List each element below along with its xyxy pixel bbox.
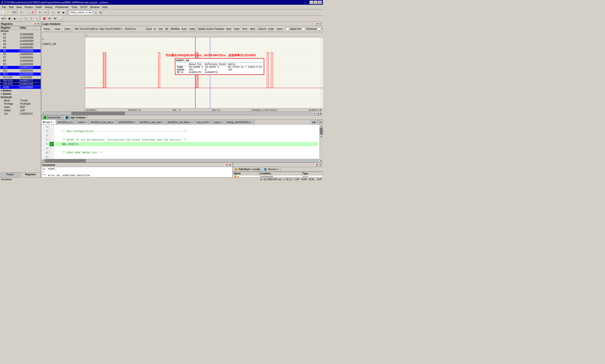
cs-tab-memory[interactable]: Memory 1 bbox=[262, 167, 280, 171]
la-close-btn[interactable]: ✕ bbox=[319, 22, 322, 26]
tab-project[interactable]: Project bbox=[0, 173, 21, 177]
target-dropdown[interactable]: hdma_usart1_rx bbox=[69, 10, 92, 15]
code-tab-close-main-h[interactable]: ✕ bbox=[86, 121, 87, 123]
menu-window[interactable]: Window bbox=[89, 5, 101, 9]
perf-btn[interactable]: 📊 bbox=[58, 16, 63, 21]
table-row[interactable]: R100x080013CC bbox=[0, 66, 41, 69]
table-row[interactable]: StackMSP bbox=[0, 105, 41, 109]
watch-btn[interactable]: 👁 bbox=[47, 16, 52, 21]
step-out-btn[interactable]: ⤴ bbox=[29, 16, 34, 21]
close-button[interactable]: ✕ bbox=[318, 1, 322, 4]
table-row[interactable]: R13 (SP)0x20006B8 bbox=[0, 76, 41, 79]
table-row[interactable]: ModeThread bbox=[0, 99, 41, 102]
la-signal-row-usart1sr[interactable]: USART1_SR bbox=[41, 41, 85, 48]
step-over-btn[interactable]: ⤵ bbox=[23, 16, 28, 21]
callstack-pin-btn[interactable]: 📌 bbox=[315, 163, 318, 167]
table-row[interactable]: + System bbox=[0, 92, 41, 96]
la-save-btn[interactable]: Save... bbox=[63, 27, 73, 31]
table-row[interactable]: R90x00000000 bbox=[0, 63, 41, 66]
la-auto-btn[interactable]: Auto bbox=[180, 27, 188, 31]
table-row[interactable]: R20x200002B8 bbox=[0, 39, 41, 43]
table-row[interactable]: ⊟ Core bbox=[0, 29, 41, 33]
cs-tab-callstack[interactable]: Call Stack + Locals bbox=[233, 167, 262, 171]
table-row[interactable]: R30x200002B8 bbox=[0, 43, 41, 46]
menu-svcs[interactable]: SVCS bbox=[79, 5, 89, 9]
code-scroll-thumb[interactable] bbox=[320, 128, 323, 135]
next-btn[interactable]: → bbox=[34, 16, 39, 21]
code-tab-close-all[interactable]: ✕ bbox=[318, 120, 323, 125]
la-next-btn[interactable]: Next bbox=[249, 27, 256, 31]
copy-btn[interactable]: 📋 bbox=[24, 10, 29, 15]
table-row[interactable]: R80x00000000 bbox=[0, 59, 41, 63]
code-h-thumb[interactable] bbox=[45, 159, 86, 163]
code-tab-core-cm3[interactable]: core_cm3.h ✕ bbox=[195, 120, 213, 125]
la-timestamps-check[interactable] bbox=[318, 27, 321, 30]
code-v-scroll[interactable]: ▲ ▼ bbox=[319, 125, 323, 159]
command-pin-btn[interactable]: 📌 bbox=[225, 163, 228, 167]
code-scroll-up[interactable]: ▲ bbox=[320, 125, 323, 128]
registers-pin-btn[interactable]: 📌 bbox=[33, 22, 36, 26]
la-signal-info-check[interactable] bbox=[286, 27, 289, 30]
code-tab-usart-c[interactable]: usart.c ✕ bbox=[213, 120, 225, 125]
table-row[interactable]: PrivilegePrivileged bbox=[0, 102, 41, 105]
menu-flash[interactable]: Flash bbox=[34, 5, 43, 9]
undo-btn[interactable]: ↩ bbox=[37, 10, 42, 15]
code-tab-close-core[interactable]: ✕ bbox=[209, 121, 211, 123]
settings-btn[interactable]: ⚙ bbox=[98, 10, 103, 15]
menu-peripherals[interactable]: Peripherals bbox=[54, 5, 70, 9]
paste-btn[interactable]: 📌 bbox=[30, 10, 35, 15]
la-trace-btn[interactable]: Trace bbox=[275, 27, 284, 31]
scroll-track[interactable] bbox=[45, 112, 313, 115]
code-h-scroll[interactable]: ◄ ► bbox=[41, 159, 323, 162]
table-row[interactable]: R120x20000098 bbox=[0, 73, 41, 76]
la-stop-btn[interactable]: Stop bbox=[225, 27, 232, 31]
code-tab-hal-flash-c[interactable]: stm32f1xx_hal_flash.c ✕ bbox=[166, 120, 195, 125]
code-tab-main-c[interactable]: main.c ✕ bbox=[41, 120, 56, 125]
redo-btn[interactable]: ↪ bbox=[43, 10, 48, 15]
code-tab-close-hal-uart-c[interactable]: ✕ bbox=[113, 121, 115, 123]
code-tab-startup[interactable]: startup_stm32f103xb.s ✕ bbox=[225, 120, 254, 125]
rebuild-btn[interactable]: ⚙ bbox=[56, 10, 61, 15]
menu-view[interactable]: View bbox=[15, 5, 23, 9]
mem-btn[interactable]: M bbox=[53, 16, 58, 21]
la-clear-btn[interactable]: Clear bbox=[233, 27, 241, 31]
table-row[interactable]: R00x200008B8 bbox=[0, 33, 41, 36]
scroll-right-btn[interactable]: ► bbox=[313, 112, 316, 115]
la-zoom-in-btn[interactable]: In bbox=[153, 27, 157, 31]
menu-file[interactable]: File bbox=[0, 5, 8, 9]
cut-btn[interactable]: ✂ bbox=[19, 10, 24, 15]
table-row[interactable]: + Banked bbox=[0, 89, 41, 92]
la-zoom-out-btn[interactable]: Out bbox=[158, 27, 164, 31]
code-scroll-right[interactable]: ► bbox=[319, 159, 323, 163]
la-load-btn[interactable]: Load... bbox=[53, 27, 63, 31]
la-setup-btn[interactable]: Setup... bbox=[42, 27, 53, 31]
table-row[interactable]: R50x000000B8 bbox=[0, 49, 41, 53]
bp-btn[interactable]: 🔴 bbox=[42, 16, 47, 21]
table-row[interactable]: R14 (LR)0x08001177 bbox=[0, 79, 41, 82]
command-close-btn[interactable]: ✕ bbox=[228, 163, 232, 167]
waveform-container[interactable]: 1 bbox=[85, 32, 323, 112]
build-btn[interactable]: 🔨 bbox=[50, 10, 55, 15]
minimize-button[interactable]: ─ bbox=[310, 1, 313, 4]
scroll-left-btn[interactable]: ◄ bbox=[41, 112, 45, 115]
code-scroll-track[interactable] bbox=[320, 128, 323, 135]
find-btn[interactable]: 🔍 bbox=[92, 10, 98, 15]
callstack-close-btn[interactable]: ✕ bbox=[319, 163, 322, 167]
stop-debug-btn[interactable]: ⏹ bbox=[7, 16, 12, 21]
la-prev-btn[interactable]: Prev bbox=[241, 27, 248, 31]
code-tab-close-hal-uart-h[interactable]: ✕ bbox=[163, 121, 164, 123]
code-tab-arrows[interactable]: ◄► bbox=[310, 120, 318, 125]
menu-tools[interactable]: Tools bbox=[70, 5, 79, 9]
tab-logic-analyzer[interactable]: ≋ Logic Analyzer bbox=[63, 115, 88, 119]
menu-edit[interactable]: Edit bbox=[8, 5, 15, 9]
new-btn[interactable]: 📄 bbox=[0, 10, 6, 15]
code-h-track[interactable] bbox=[45, 159, 319, 163]
run-btn[interactable]: ▶ bbox=[12, 16, 17, 21]
restore-button[interactable]: □ bbox=[314, 1, 318, 4]
code-text[interactable]: /* MCU Configuration--------------------… bbox=[54, 125, 319, 159]
code-scroll-down[interactable]: ▼ bbox=[320, 135, 323, 138]
la-code-btn[interactable]: Code bbox=[267, 27, 275, 31]
table-row[interactable]: R15 (PC)0x08001338 bbox=[0, 82, 41, 86]
title-bar-controls[interactable]: ─ □ ✕ bbox=[310, 1, 322, 4]
table-row[interactable]: R60x00000000 bbox=[0, 53, 41, 56]
